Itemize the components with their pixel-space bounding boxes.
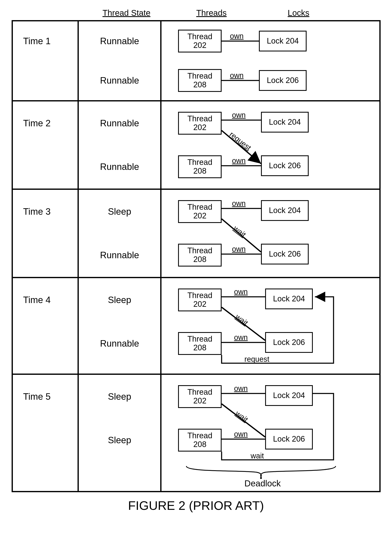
thread-label: Thread (187, 291, 212, 300)
row-time-4: Time 4 Sleep Runnable Thread 202 Lock 20… (12, 278, 380, 374)
wait-edge-label: wait (234, 312, 250, 327)
time-label: Time 2 (23, 118, 51, 128)
thread-202-box: Thread 202 (178, 289, 222, 311)
thread-202-box: Thread 202 (178, 30, 222, 52)
lock-206-box: Lock 206 (259, 70, 307, 91)
thread-id: 202 (193, 212, 206, 220)
thread-label: Thread (187, 246, 212, 255)
own-edge-label: own (234, 430, 248, 439)
thread-state-label: Sleep (79, 435, 160, 445)
thread-state-label: Runnable (79, 118, 160, 128)
thread-id: 202 (193, 41, 206, 50)
own-edge-label: own (232, 199, 246, 208)
lock-label: Lock 206 (269, 161, 301, 170)
lock-label: Lock 204 (267, 37, 299, 45)
lock-label: Lock 204 (273, 295, 305, 303)
lock-label: Lock 206 (273, 338, 305, 347)
thread-202-box: Thread 202 (178, 385, 222, 408)
thread-label: Thread (187, 431, 212, 440)
thread-202-box: Thread 202 (178, 112, 222, 135)
thread-202-box: Thread 202 (178, 200, 222, 223)
lock-204-box: Lock 204 (265, 385, 313, 406)
deadlock-table: Time 1 Runnable Runnable Thread 202 Lock… (12, 20, 381, 492)
thread-id: 208 (193, 167, 206, 176)
thread-208-box: Thread 208 (178, 332, 222, 355)
lock-206-box: Lock 206 (265, 429, 313, 449)
thread-state-label: Runnable (79, 162, 160, 172)
deadlock-label: Deadlock (245, 478, 281, 489)
header-locks: Locks (255, 8, 342, 18)
lock-204-box: Lock 204 (259, 31, 307, 51)
thread-state-label: Runnable (79, 75, 160, 86)
thread-state-label: Sleep (79, 295, 160, 305)
thread-id: 208 (193, 80, 206, 89)
thread-label: Thread (187, 388, 212, 397)
thread-208-box: Thread 208 (178, 155, 222, 178)
row-time-2: Time 2 Runnable Runnable Thread 202 Lock… (12, 101, 380, 189)
thread-id: 202 (193, 300, 206, 309)
thread-208-box: Thread 208 (178, 244, 222, 267)
column-headers: Thread State Threads Locks (6, 8, 386, 18)
thread-id: 208 (193, 255, 206, 264)
lock-204-box: Lock 204 (261, 200, 309, 221)
thread-state-label: Sleep (79, 391, 160, 402)
lock-204-box: Lock 204 (265, 289, 313, 309)
own-edge-label: own (234, 384, 248, 393)
thread-id: 202 (193, 397, 206, 405)
thread-id: 208 (193, 343, 206, 352)
thread-label: Thread (187, 203, 212, 212)
time-label: Time 4 (23, 295, 51, 305)
time-label: Time 3 (23, 206, 51, 217)
row-time-3: Time 3 Sleep Runnable Thread 202 Lock 20… (12, 189, 380, 278)
lock-label: Lock 204 (269, 206, 301, 215)
lock-label: Lock 204 (273, 391, 305, 400)
thread-208-box: Thread 208 (178, 429, 222, 452)
thread-label: Thread (187, 158, 212, 167)
own-edge-label: own (230, 71, 244, 80)
own-edge-label: own (232, 245, 246, 253)
own-edge-label: own (234, 287, 248, 296)
own-edge-label: own (234, 333, 248, 342)
thread-id: 208 (193, 440, 206, 449)
request-edge-label: request (245, 355, 269, 364)
own-edge-label: own (230, 32, 244, 40)
wait-edge-label: wait (251, 452, 264, 460)
thread-label: Thread (187, 72, 212, 80)
header-blank (19, 8, 85, 18)
lock-label: Lock 204 (269, 118, 301, 127)
own-edge-label: own (232, 157, 246, 165)
header-threads: Threads (168, 8, 255, 18)
time-label: Time 5 (23, 391, 51, 402)
figure-caption: FIGURE 2 (PRIOR ART) (6, 498, 386, 513)
own-edge-label: own (232, 111, 246, 120)
thread-208-box: Thread 208 (178, 69, 222, 92)
time-label: Time 1 (23, 36, 51, 46)
header-thread-state: Thread State (85, 8, 168, 18)
lock-label: Lock 206 (269, 250, 301, 258)
request-edge-label: request (228, 130, 253, 152)
lock-204-box: Lock 204 (261, 112, 309, 133)
row-time-1: Time 1 Runnable Runnable Thread 202 Lock… (12, 21, 380, 101)
thread-label: Thread (187, 32, 212, 41)
lock-206-box: Lock 206 (261, 155, 309, 176)
lock-206-box: Lock 206 (261, 244, 309, 264)
thread-state-label: Runnable (79, 36, 160, 46)
row-time-5: Time 5 Sleep Sleep Thread 202 Lock 204 o… (12, 374, 380, 491)
thread-label: Thread (187, 335, 212, 343)
thread-state-label: Runnable (79, 338, 160, 349)
wait-edge-label: wait (232, 224, 247, 239)
thread-id: 202 (193, 123, 206, 132)
thread-state-label: Sleep (79, 206, 160, 217)
thread-state-label: Runnable (79, 250, 160, 260)
lock-label: Lock 206 (273, 435, 305, 443)
thread-label: Thread (187, 114, 212, 123)
lock-label: Lock 206 (267, 76, 299, 85)
wait-edge-label: wait (234, 409, 250, 424)
lock-206-box: Lock 206 (265, 332, 313, 353)
